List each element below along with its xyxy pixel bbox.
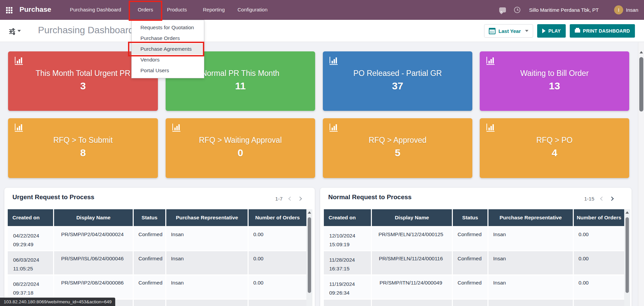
bar-chart-icon [15, 57, 23, 65]
cell-partial [574, 300, 624, 306]
cell-number-of-orders: 0.00 [574, 227, 624, 250]
column-header: Display Name [372, 209, 452, 226]
column-header: Purchase Representative [488, 209, 573, 226]
prev-page-icon[interactable] [288, 196, 293, 201]
panel-title: Normal Request to Process [328, 193, 412, 201]
column-header: Created on [324, 209, 371, 226]
column-header: Status [134, 209, 165, 226]
pagination-range: 1-7 [275, 196, 283, 202]
cell-purchase-rep: Insan [488, 251, 573, 274]
nav-item-purchasing-dashboard[interactable]: Purchasing Dashboard [70, 7, 121, 12]
apps-grid-icon[interactable] [6, 7, 12, 13]
kpi-card-value: 4 [480, 147, 629, 159]
cell-status: Confirmed [134, 227, 165, 250]
cell-number-of-orders: 0.00 [249, 275, 306, 299]
column-header: Created on [8, 209, 53, 226]
cell-number-of-orders: 0.00 [249, 227, 306, 250]
avatar[interactable]: I [614, 5, 623, 14]
cell-created-on: 04/22/202409:29:49 [8, 227, 53, 250]
cell-number-of-orders: 0.00 [574, 251, 624, 274]
scrollbar-thumb[interactable] [626, 217, 629, 293]
table-scrollbar[interactable] [624, 209, 630, 306]
kpi-card-rfq-waiting[interactable]: RFQ > Waiting Approval 0 [166, 118, 315, 178]
bar-chart-icon [15, 124, 23, 132]
cell-partial [488, 300, 573, 306]
cell-partial [324, 300, 371, 306]
kpi-card-label: RFQ > Waiting Approval [166, 136, 315, 145]
table-scrollbar[interactable] [306, 209, 312, 306]
print-dashboard-button[interactable]: PRINT DASHBOARD [570, 24, 635, 38]
cell-created-on: 12/10/202415:09:19 [324, 227, 371, 250]
next-page-icon[interactable] [609, 196, 614, 201]
nav-item-products[interactable]: Products [167, 7, 187, 12]
status-bar-url: 103.82.240.180:8069/web#menu_id=453&acti… [0, 298, 115, 306]
menu-item-requests-for-quotation[interactable]: Requests for Quotation [132, 22, 204, 33]
chevron-down-icon [525, 30, 528, 32]
app-brand[interactable]: Purchase [19, 5, 51, 13]
next-page-icon[interactable] [298, 196, 302, 201]
nav-item-reporting[interactable]: Reporting [203, 7, 225, 12]
cell-display-name: PR/SMP/ELN/12/24/000125 [372, 227, 452, 250]
menu-item-portal-users[interactable]: Portal Users [132, 65, 204, 76]
prev-page-icon[interactable] [600, 196, 604, 201]
menu-item-purchase-agreements[interactable]: Purchase Agreements [132, 44, 204, 54]
pagination: 1-7 [275, 196, 301, 202]
column-header: Purchase Representative [166, 209, 248, 226]
cell-status: Confirmed [134, 275, 165, 299]
bar-chart-icon [330, 57, 338, 65]
cell-display-name: PR/SMP/IP2/08/24/000086 [54, 275, 133, 299]
panel-title: Urgent Request to Process [12, 193, 94, 201]
scroll-up-icon[interactable] [640, 51, 643, 53]
kpi-card-po-released[interactable]: PO Released - Partial GR 37 [323, 51, 472, 111]
window-scrollbar[interactable] [638, 42, 644, 306]
menu-item-vendors[interactable]: Vendors [132, 54, 204, 65]
filter-sliders-icon[interactable] [9, 28, 15, 35]
cell-status: Confirmed [453, 275, 487, 299]
period-selector[interactable]: Last Year [484, 24, 533, 38]
kpi-card-value: 5 [323, 147, 472, 159]
calendar-icon [489, 28, 496, 34]
print-button-label: PRINT DASHBOARD [583, 28, 630, 34]
scrollbar-thumb[interactable] [639, 57, 643, 112]
cell-purchase-rep: Insan [166, 227, 248, 250]
cell-number-of-orders: 0.00 [249, 251, 306, 274]
kpi-card-rfq-po[interactable]: RFQ > PO 4 [480, 118, 629, 178]
cell-purchase-rep: Insan [166, 275, 248, 299]
chat-icon[interactable] [499, 7, 506, 12]
column-header: Number of Orders [249, 209, 306, 226]
scrollbar-thumb[interactable] [308, 217, 311, 293]
kpi-card-value: 37 [323, 80, 472, 92]
cell-created-on: 08/22/202409:37:18 [8, 275, 53, 299]
play-icon [542, 29, 546, 33]
dashboard-control-bar: Purchasing Dashboard Last Year PLAY PRIN… [0, 20, 644, 42]
kpi-card-label: RFQ > To Submit [8, 136, 158, 145]
cell-partial [134, 300, 165, 306]
bar-chart-icon [330, 124, 338, 132]
kpi-card-value: 13 [480, 80, 629, 92]
kpi-card-rfq-to-submit[interactable]: RFQ > To Submit 8 [8, 118, 158, 178]
kpi-card-value: 3 [8, 80, 158, 92]
user-name[interactable]: Insan [626, 7, 638, 13]
play-button[interactable]: PLAY [537, 24, 566, 38]
nav-item-orders[interactable]: Orders [138, 7, 153, 12]
urgent-request-panel: Urgent Request to Process 1-7 Created on… [4, 188, 315, 306]
printer-icon [575, 29, 580, 33]
cell-purchase-rep: Insan [166, 251, 248, 274]
orders-dropdown-menu: Requests for Quotation Purchase Orders P… [131, 20, 204, 78]
column-header: Number of Orders [574, 209, 624, 226]
scroll-up-icon[interactable] [308, 211, 311, 214]
menu-item-purchase-orders[interactable]: Purchase Orders [132, 33, 204, 44]
normal-request-table: Created on Display Name Status Purchase … [324, 209, 624, 306]
bar-chart-icon [172, 124, 180, 132]
play-button-label: PLAY [548, 28, 561, 34]
period-label: Last Year [499, 28, 521, 34]
filter-caret-icon[interactable] [17, 30, 21, 32]
cell-number-of-orders: 0.00 [574, 275, 624, 299]
kpi-card-rfq-approved[interactable]: RFQ > Approved 5 [323, 118, 472, 178]
cell-partial [453, 300, 487, 306]
scroll-up-icon[interactable] [626, 211, 629, 214]
nav-item-configuration[interactable]: Configuration [238, 7, 267, 12]
activities-clock-icon[interactable] [514, 7, 520, 13]
kpi-card-waiting-bill[interactable]: Waiting to Bill Order 13 [480, 51, 629, 111]
company-name[interactable]: Sillo Maritime Perdana Tbk, PT [529, 7, 599, 13]
